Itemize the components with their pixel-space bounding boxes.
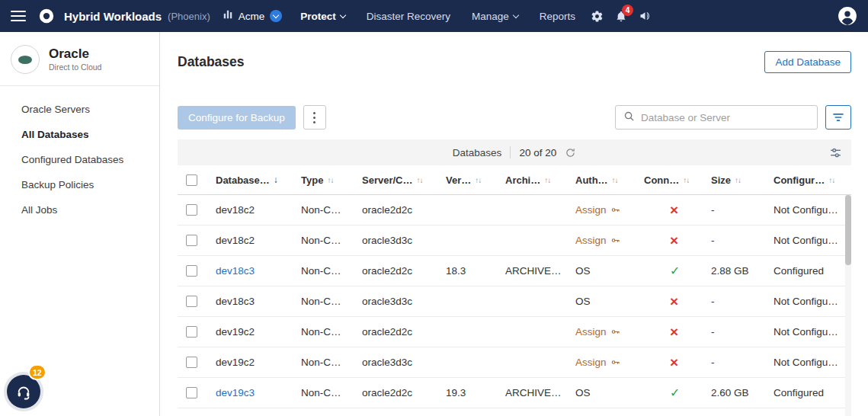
hamburger-menu-icon[interactable]	[11, 11, 26, 21]
key-icon	[610, 205, 620, 215]
nav-item-manage[interactable]: Manage	[472, 11, 518, 22]
navbar-icon-group: 4	[591, 10, 652, 23]
table-row: dev19c2 Non-C… oracle3d3c Assign × - Not…	[178, 347, 851, 378]
not-connected-icon: ×	[670, 294, 678, 309]
row-checkbox[interactable]	[186, 387, 197, 398]
scrollbar-thumb[interactable]	[845, 195, 851, 265]
notification-count-badge: 4	[622, 5, 633, 16]
assign-credentials-link[interactable]: Assign	[575, 326, 620, 338]
main-content: Databases Add Database Configure for Bac…	[160, 32, 868, 416]
column-header-archive[interactable]: Archi…↑↓	[505, 174, 550, 186]
sort-icons: ↑↓	[544, 176, 550, 184]
connected-icon: ✓	[670, 265, 680, 277]
add-database-button[interactable]: Add Database	[764, 51, 851, 73]
app-root: Hybrid Workloads (Phoenix) Acme Protect …	[0, 0, 868, 416]
service-subtitle: Direct to Cloud	[49, 62, 101, 72]
service-header: Oracle Direct to Cloud	[0, 32, 159, 86]
column-header-connection[interactable]: Conn…↑↓	[644, 174, 689, 186]
database-name: dev18c3	[216, 296, 255, 307]
sort-icons: ↑↓	[416, 176, 422, 184]
table-header-row: Database…↓ Type↑↓ Server/C…↑↓ Ver…↑↓ Arc…	[178, 165, 851, 195]
caption-divider	[510, 146, 511, 158]
not-connected-icon: ×	[670, 233, 678, 248]
column-header-auth[interactable]: Auth…↑↓	[575, 174, 618, 186]
sort-icons: ↑↓	[735, 176, 741, 184]
service-name: Oracle	[49, 47, 101, 62]
main-menu: Protect Disaster Recovery Manage Reports	[300, 11, 575, 22]
sidebar-item-backup-policies[interactable]: Backup Policies	[0, 172, 159, 197]
table-row: dev18c3 Non-C… oracle3d3c OS × - Not Con…	[178, 286, 851, 317]
filter-button[interactable]	[825, 105, 851, 130]
organization-icon	[223, 9, 233, 23]
tenant-selector[interactable]: Acme	[223, 9, 283, 23]
search-input[interactable]	[641, 112, 809, 123]
connected-icon: ✓	[670, 387, 680, 399]
tenant-name: Acme	[239, 11, 265, 22]
nav-item-disaster-recovery[interactable]: Disaster Recovery	[367, 11, 450, 22]
sidebar-item-all-databases[interactable]: All Databases	[0, 122, 159, 147]
nav-item-protect[interactable]: Protect	[300, 11, 345, 22]
database-name: dev19c2	[216, 357, 255, 368]
auth-type: OS	[575, 387, 591, 398]
auth-type: OS	[575, 296, 591, 307]
column-settings-icon[interactable]	[829, 146, 842, 159]
user-avatar[interactable]	[838, 6, 857, 26]
search-icon	[623, 110, 635, 125]
page-title: Databases	[178, 54, 245, 70]
refresh-icon[interactable]	[565, 147, 576, 158]
row-checkbox[interactable]	[186, 265, 197, 277]
settings-gear-icon[interactable]	[591, 10, 604, 23]
database-name: dev18c2	[216, 204, 255, 216]
sidebar-item-configured-databases[interactable]: Configured Databases	[0, 147, 159, 172]
column-header-configuration[interactable]: Configur…↑↓	[774, 174, 834, 186]
database-name: dev18c2	[216, 235, 255, 246]
assign-credentials-link[interactable]: Assign	[575, 204, 620, 216]
sort-icons: ↑↓	[828, 176, 834, 184]
row-checkbox[interactable]	[186, 326, 197, 338]
table-caption-bar: Databases 20 of 20	[178, 139, 851, 165]
top-navbar: Hybrid Workloads (Phoenix) Acme Protect …	[0, 0, 868, 32]
page-header: Databases Add Database	[178, 49, 851, 75]
auth-type: OS	[575, 265, 591, 277]
column-header-server[interactable]: Server/C…↑↓	[362, 174, 422, 186]
not-connected-icon: ×	[670, 355, 678, 370]
sidebar-item-oracle-servers[interactable]: Oracle Servers	[0, 97, 159, 122]
help-widget: 12	[7, 364, 53, 408]
configure-for-backup-button[interactable]: Configure for Backup	[178, 106, 296, 130]
sort-desc-icon: ↓	[274, 174, 278, 185]
sort-icons: ↑↓	[327, 176, 333, 184]
not-connected-icon: ×	[670, 325, 678, 339]
more-actions-button[interactable]	[303, 105, 326, 130]
sort-icons: ↑↓	[475, 176, 481, 184]
notifications-bell-icon[interactable]: 4	[615, 10, 627, 23]
assign-credentials-link[interactable]: Assign	[575, 357, 620, 368]
column-header-database[interactable]: Database…↓	[216, 174, 278, 186]
column-header-type[interactable]: Type↑↓	[301, 174, 333, 186]
tenant-dropdown-icon	[270, 10, 282, 22]
table-row: dev19c2 Non-C… oracle2d2c Assign × - Not…	[178, 317, 851, 347]
product-title: Hybrid Workloads	[64, 10, 162, 23]
assign-credentials-link[interactable]: Assign	[575, 235, 620, 246]
row-checkbox[interactable]	[186, 235, 197, 246]
row-checkbox[interactable]	[186, 357, 197, 368]
nav-item-reports[interactable]: Reports	[540, 11, 575, 22]
row-checkbox[interactable]	[186, 296, 197, 307]
database-link[interactable]: dev19c3	[216, 387, 255, 398]
row-checkbox[interactable]	[186, 204, 197, 216]
key-icon	[610, 357, 620, 367]
oracle-service-icon	[11, 45, 40, 74]
column-header-version[interactable]: Ver…↑↓	[446, 174, 481, 186]
announcements-megaphone-icon[interactable]	[639, 10, 652, 22]
sidebar-nav: Oracle Servers All Databases Configured …	[0, 86, 159, 222]
select-all-checkbox[interactable]	[186, 174, 197, 186]
column-header-size[interactable]: Size↑↓	[711, 174, 741, 186]
database-link[interactable]: dev18c3	[216, 265, 255, 277]
table-row: dev18c2 Non-C… oracle2d2c Assign × - Not…	[178, 195, 851, 226]
table-scrollbar[interactable]	[845, 195, 851, 416]
sidebar: Oracle Direct to Cloud Oracle Servers Al…	[0, 32, 160, 416]
org-unit-label: (Phoenix)	[168, 11, 210, 22]
table-caption-label: Databases	[453, 147, 502, 158]
sidebar-item-all-jobs[interactable]: All Jobs	[0, 197, 159, 222]
search-box	[615, 105, 818, 130]
key-icon	[610, 327, 620, 337]
